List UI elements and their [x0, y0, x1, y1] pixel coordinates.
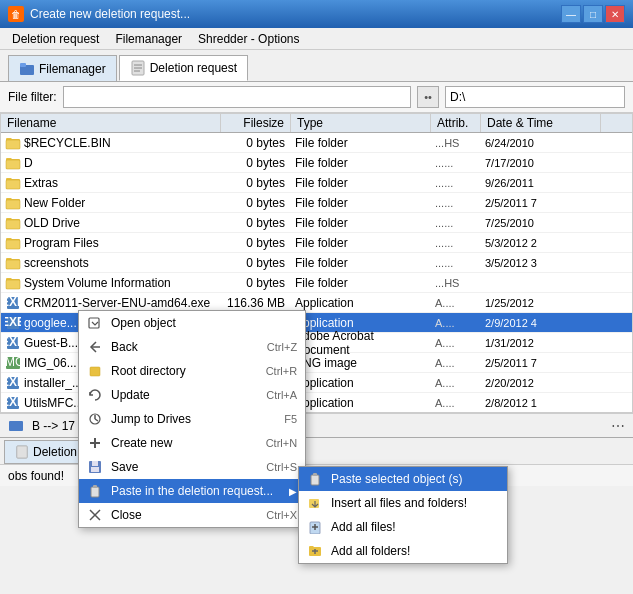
file-type: PNG image — [291, 356, 431, 370]
menu-deletion-request[interactable]: Deletion request — [4, 30, 107, 48]
ctx-item-root[interactable]: Root directory Ctrl+R — [79, 359, 305, 383]
table-row[interactable]: Program Files 0 bytes File folder ......… — [1, 233, 632, 253]
table-row[interactable]: Extras 0 bytes File folder ...... 9/26/2… — [1, 173, 632, 193]
tab-deletion-request[interactable]: Deletion request — [119, 55, 248, 81]
filter-dots-button[interactable]: •• — [417, 86, 439, 108]
file-type: File folder — [291, 136, 431, 150]
col-header-attrib[interactable]: Attrib. — [431, 114, 481, 132]
submenu-item-insert-all[interactable]: Insert all files and folders! — [299, 491, 507, 515]
ctx-label: Back — [111, 340, 259, 354]
file-list-header: Filename Filesize Type Attrib. Date & Ti… — [1, 114, 632, 133]
col-header-filesize[interactable]: Filesize — [221, 114, 291, 132]
submenu-item-add-files[interactable]: Add all files! — [299, 515, 507, 539]
table-row[interactable]: $RECYCLE.BIN 0 bytes File folder ...HS 6… — [1, 133, 632, 153]
svg-rect-44 — [91, 467, 99, 472]
submenu: Paste selected object (s) Insert all fil… — [298, 466, 508, 564]
ctx-shortcut: Ctrl+N — [266, 437, 297, 449]
ctx-icon-back — [87, 339, 103, 355]
svg-rect-32 — [9, 421, 23, 431]
ctx-item-update[interactable]: Update Ctrl+A — [79, 383, 305, 407]
ctx-shortcut: Ctrl+Z — [267, 341, 297, 353]
ctx-shortcut: F5 — [284, 413, 297, 425]
tabs-bar: Filemanager Deletion request — [0, 50, 633, 82]
col-header-type[interactable]: Type — [291, 114, 431, 132]
file-type-icon — [5, 136, 21, 150]
ctx-icon-create — [87, 435, 103, 451]
svg-rect-6 — [6, 140, 20, 149]
file-date: 2/9/2012 4 — [481, 317, 601, 329]
filemanager-tab-icon — [19, 61, 35, 77]
file-type-icon: EXE — [5, 336, 21, 350]
file-type: File folder — [291, 196, 431, 210]
submenu-item-add-folders[interactable]: Add all folders! — [299, 539, 507, 563]
svg-rect-7 — [6, 160, 20, 169]
file-size: 0 bytes — [221, 176, 291, 190]
status-expand-button[interactable]: ⋯ — [611, 418, 625, 434]
submenu-label: Add all files! — [331, 520, 396, 534]
col-header-filename[interactable]: Filename — [1, 114, 221, 132]
ctx-item-create[interactable]: Create new Ctrl+N — [79, 431, 305, 455]
file-date: 1/25/2012 — [481, 297, 601, 309]
minimize-button[interactable]: — — [561, 5, 581, 23]
file-type: Application — [291, 316, 431, 330]
file-type: File folder — [291, 156, 431, 170]
table-row[interactable]: D 0 bytes File folder ...... 7/17/2010 — [1, 153, 632, 173]
ctx-item-jump[interactable]: Jump to Drives F5 — [79, 407, 305, 431]
ctx-icon-update — [87, 387, 103, 403]
filter-input[interactable] — [63, 86, 411, 108]
table-row[interactable]: screenshots 0 bytes File folder ...... 3… — [1, 253, 632, 273]
maximize-button[interactable]: □ — [583, 5, 603, 23]
ctx-label: Save — [111, 460, 258, 474]
file-date: 2/5/2011 7 — [481, 357, 601, 369]
file-name: System Volume Information — [24, 276, 171, 290]
file-attrib: A.... — [431, 357, 481, 369]
menu-bar: Deletion request Filemanager Shredder - … — [0, 28, 633, 50]
ctx-item-save[interactable]: Save Ctrl+S — [79, 455, 305, 479]
svg-text:IMG: IMG — [5, 356, 21, 369]
path-input[interactable] — [445, 86, 625, 108]
submenu-label: Insert all files and folders! — [331, 496, 467, 510]
svg-line-39 — [95, 419, 98, 421]
ctx-label: Update — [111, 388, 258, 402]
tab-filemanager[interactable]: Filemanager — [8, 55, 117, 81]
file-type-icon: EXE — [5, 316, 21, 330]
ctx-label: Open object — [111, 316, 289, 330]
file-date: 2/20/2012 — [481, 377, 601, 389]
file-date: 6/24/2010 — [481, 137, 601, 149]
ctx-item-back[interactable]: Back Ctrl+Z — [79, 335, 305, 359]
col-header-date[interactable]: Date & Time — [481, 114, 601, 132]
file-size: 0 bytes — [221, 276, 291, 290]
table-row[interactable]: OLD Drive 0 bytes File folder ...... 7/2… — [1, 213, 632, 233]
svg-rect-43 — [92, 461, 98, 466]
ctx-item-paste[interactable]: Paste in the deletion request... ▶ — [79, 479, 305, 503]
file-name: D — [24, 156, 33, 170]
window-title: Create new deletion request... — [30, 7, 190, 21]
menu-shredder-options[interactable]: Shredder - Options — [190, 30, 307, 48]
ctx-icon-root — [87, 363, 103, 379]
ctx-icon-paste — [87, 483, 103, 499]
ctx-item-close[interactable]: Close Ctrl+X — [79, 503, 305, 527]
file-date: 2/5/2011 7 — [481, 197, 601, 209]
file-attrib: ...... — [431, 157, 481, 169]
submenu-item-paste-sel[interactable]: Paste selected object (s) — [299, 467, 507, 491]
file-name: New Folder — [24, 196, 85, 210]
file-type-icon — [5, 256, 21, 270]
file-attrib: ...... — [431, 257, 481, 269]
file-size: 0 bytes — [221, 256, 291, 270]
file-name: googlee... — [24, 316, 77, 330]
svg-rect-10 — [6, 220, 20, 229]
ctx-item-open[interactable]: Open object — [79, 311, 305, 335]
file-type: Application — [291, 396, 431, 410]
svg-text:EXE: EXE — [5, 376, 21, 389]
file-name: CRM2011-Server-ENU-amd64.exe — [24, 296, 210, 310]
submenu-icon-paste-sel — [307, 471, 323, 487]
table-row[interactable]: New Folder 0 bytes File folder ...... 2/… — [1, 193, 632, 213]
svg-rect-1 — [20, 63, 26, 67]
submenu-icon-insert-all — [307, 495, 323, 511]
table-row[interactable]: System Volume Information 0 bytes File f… — [1, 273, 632, 293]
menu-filemanager[interactable]: Filemanager — [107, 30, 190, 48]
ctx-shortcut: Ctrl+S — [266, 461, 297, 473]
ctx-shortcut: Ctrl+R — [266, 365, 297, 377]
file-name: installer_... — [24, 376, 82, 390]
close-button[interactable]: ✕ — [605, 5, 625, 23]
